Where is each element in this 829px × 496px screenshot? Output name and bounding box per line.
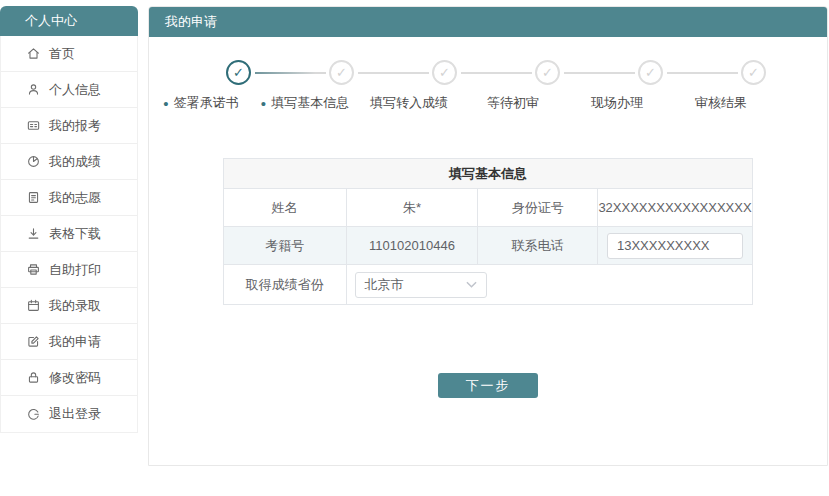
phone-input[interactable]: [607, 233, 743, 259]
document-icon: [27, 191, 40, 204]
exam-number-label: 考籍号: [224, 227, 347, 265]
form-title: 填写基本信息: [224, 159, 753, 189]
sidebar-item-scores[interactable]: 我的成绩: [1, 144, 137, 180]
check-circle-icon: [226, 60, 251, 85]
stepper-labels: 签署承诺书 填写基本信息 填写转入成绩 等待初审 现场办理 审核结果: [149, 94, 827, 112]
download-icon: [27, 227, 40, 240]
stepper: 签署承诺书 填写基本信息 填写转入成绩 等待初审 现场办理 审核结果: [149, 60, 827, 112]
name-value: 朱*: [346, 189, 478, 227]
sidebar-item-home[interactable]: 首页: [1, 36, 137, 72]
panel-title: 我的申请: [149, 7, 827, 37]
check-circle-icon: [535, 60, 560, 85]
sidebar-title: 个人中心: [0, 6, 138, 36]
basic-info-table: 填写基本信息 姓名 朱* 身份证号 32XXXXXXXXXXXXXXXX 考籍号…: [223, 158, 753, 305]
step-3-transfer-scores: [393, 60, 496, 85]
sidebar-item-label: 修改密码: [49, 369, 101, 387]
name-label: 姓名: [224, 189, 347, 227]
sidebar-item-label: 我的成绩: [49, 153, 101, 171]
table-row: 考籍号 110102010446 联系电话: [224, 227, 753, 265]
exam-number-value: 110102010446: [346, 227, 478, 265]
check-circle-icon: [329, 60, 354, 85]
step-label: 填写基本信息: [253, 94, 357, 112]
step-label: 等待初审: [461, 94, 565, 112]
sidebar-item-registration[interactable]: 我的报考: [1, 108, 137, 144]
sidebar-item-preferences[interactable]: 我的志愿: [1, 180, 137, 216]
sidebar-item-label: 退出登录: [49, 405, 101, 423]
sidebar-item-label: 表格下载: [49, 225, 101, 243]
step-2-basic-info: [290, 60, 393, 85]
sidebar: 个人中心 首页 个人信息 我的报考 我的成绩: [0, 6, 138, 433]
lock-icon: [27, 371, 40, 384]
sidebar-item-label: 个人信息: [49, 81, 101, 99]
sidebar-item-label: 我的报考: [49, 117, 101, 135]
next-button[interactable]: 下一步: [438, 373, 538, 398]
province-select-value: 北京市: [365, 276, 404, 294]
step-label: 审核结果: [669, 94, 773, 112]
sidebar-item-change-password[interactable]: 修改密码: [1, 360, 137, 396]
step-label: 现场办理: [565, 94, 669, 112]
check-circle-icon: [638, 60, 663, 85]
step-label: 签署承诺书: [149, 94, 253, 112]
sidebar-item-self-print[interactable]: 自助打印: [1, 252, 137, 288]
id-number-value: 32XXXXXXXXXXXXXXXX: [597, 189, 752, 227]
pie-chart-icon: [27, 155, 40, 168]
calendar-icon: [27, 299, 40, 312]
table-row: 姓名 朱* 身份证号 32XXXXXXXXXXXXXXXX: [224, 189, 753, 227]
sidebar-item-form-download[interactable]: 表格下载: [1, 216, 137, 252]
sidebar-item-logout[interactable]: 退出登录: [1, 396, 137, 432]
sidebar-item-label: 我的录取: [49, 297, 101, 315]
province-cell: 北京市: [346, 265, 752, 305]
edit-icon: [27, 335, 40, 348]
chevron-down-icon: [466, 281, 477, 288]
logout-icon: [27, 408, 40, 421]
user-icon: [27, 83, 40, 96]
sidebar-item-label: 我的申请: [49, 333, 101, 351]
id-number-label: 身份证号: [478, 189, 598, 227]
step-label: 填写转入成绩: [357, 94, 461, 112]
phone-cell: [597, 227, 752, 265]
sidebar-item-application[interactable]: 我的申请: [1, 324, 137, 360]
step-1-sign-commitment: [187, 60, 290, 85]
phone-label: 联系电话: [478, 227, 598, 265]
province-label: 取得成绩省份: [224, 265, 347, 305]
printer-icon: [27, 263, 40, 276]
check-circle-icon: [741, 60, 766, 85]
step-5-onsite-processing: [599, 60, 702, 85]
step-6-review-result: [702, 60, 805, 85]
check-circle-icon: [432, 60, 457, 85]
sidebar-item-admission[interactable]: 我的录取: [1, 288, 137, 324]
province-select[interactable]: 北京市: [355, 272, 487, 298]
sidebar-nav: 首页 个人信息 我的报考 我的成绩 我的志愿: [0, 36, 138, 433]
sidebar-item-label: 首页: [49, 45, 75, 63]
sidebar-item-profile[interactable]: 个人信息: [1, 72, 137, 108]
step-4-initial-review: [496, 60, 599, 85]
sidebar-item-label: 我的志愿: [49, 189, 101, 207]
main-panel: 我的申请 签署承诺书 填写基本信息 填写转入: [148, 6, 828, 466]
sidebar-item-label: 自助打印: [49, 261, 101, 279]
table-row: 取得成绩省份 北京市: [224, 265, 753, 305]
home-icon: [27, 47, 40, 60]
stepper-circles: [187, 60, 827, 85]
id-card-icon: [27, 119, 40, 132]
